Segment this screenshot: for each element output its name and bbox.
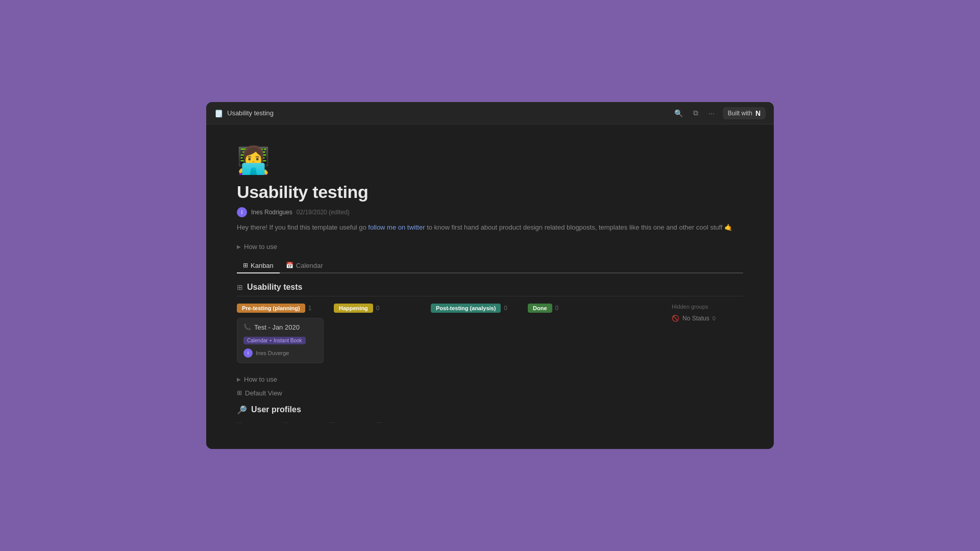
badge-pretesting: Pre-testing (planning) <box>237 304 305 313</box>
author-name: Ines Rodrigues <box>251 209 292 216</box>
no-status-count: 0 <box>713 315 716 321</box>
table-col-2: — <box>283 419 289 425</box>
no-status-icon: 🚫 <box>672 315 679 322</box>
built-with-label: Built with <box>728 110 752 117</box>
calendar-tab-icon: 📅 <box>286 262 293 269</box>
titlebar-right: 🔍 ⧉ ··· Built with N <box>672 107 766 119</box>
author-row: I Ines Rodrigues 02/19/2020 (edited) <box>237 207 743 217</box>
how-to-use-toggle-1[interactable]: ▶ How to use <box>237 243 743 251</box>
page-description: Hey there! If you find this template use… <box>237 222 743 233</box>
col-count-pretesting: 1 <box>308 305 312 312</box>
calendar-tab-label: Calendar <box>296 262 323 269</box>
search-icon[interactable]: 🔍 <box>672 107 685 119</box>
section-header: ⊞ Usability tests <box>237 283 743 296</box>
view-tabs: ⊞ Kanban 📅 Calendar <box>237 259 743 273</box>
badge-posttesting: Post-testing (analysis) <box>431 304 501 313</box>
view-icon: ⊞ <box>237 389 242 396</box>
badge-done: Done <box>528 304 552 313</box>
how-to-use-toggle-2[interactable]: ▶ How to use <box>237 375 743 383</box>
view-label: Default View <box>245 389 282 397</box>
user-profiles-title: User profiles <box>251 405 301 414</box>
page-title: Usability testing <box>237 182 743 202</box>
kanban-col-pretesting: Pre-testing (planning) 1 📞 Test - Jan 20… <box>237 304 324 363</box>
notion-logo: N <box>755 109 761 117</box>
col-header-posttesting: Post-testing (analysis) 0 <box>431 304 518 313</box>
tab-kanban[interactable]: ⊞ Kanban <box>237 259 280 273</box>
card-title-row: 📞 Test - Jan 2020 <box>243 323 317 331</box>
badge-happening: Happening <box>334 304 373 313</box>
kanban-tab-label: Kanban <box>251 262 274 269</box>
card-tag: Calendar + Instant Book <box>243 337 306 344</box>
how-to-use-label-2: How to use <box>244 375 277 383</box>
col-count-done: 0 <box>555 305 559 312</box>
kanban-board: Pre-testing (planning) 1 📞 Test - Jan 20… <box>237 304 743 363</box>
page-content: 👩‍💻 Usability testing I Ines Rodrigues 0… <box>206 124 774 449</box>
usability-tests-section: ⊞ Usability tests Pre-testing (planning)… <box>237 283 743 363</box>
col-header-pretesting: Pre-testing (planning) 1 <box>237 304 324 313</box>
col-header-done: Done 0 <box>528 304 615 313</box>
tab-calendar[interactable]: 📅 Calendar <box>280 259 329 273</box>
table-row-preview: — — — — <box>237 415 743 425</box>
hidden-groups-label: Hidden groups <box>672 304 743 310</box>
author-date: 02/19/2020 (edited) <box>297 209 350 216</box>
no-status-text: No Status <box>682 315 709 322</box>
kanban-col-happening: Happening 0 <box>334 304 421 363</box>
col-count-posttesting: 0 <box>504 305 507 312</box>
titlebar-title: Usability testing <box>227 109 274 117</box>
no-status-row: 🚫 No Status 0 <box>672 315 743 322</box>
col-header-happening: Happening 0 <box>334 304 421 313</box>
section-icon: ⊞ <box>237 283 243 291</box>
card-user-name: Ines Duverge <box>256 350 289 356</box>
kanban-spacer <box>625 304 662 363</box>
col-count-happening: 0 <box>376 305 380 312</box>
avatar: I <box>237 207 247 217</box>
hidden-groups-col: Hidden groups 🚫 No Status 0 <box>672 304 743 363</box>
collapse-icon: ▶ <box>237 244 241 249</box>
user-profiles-header: 🔎 User profiles <box>237 405 743 415</box>
monitor-window: 🗒️ Usability testing 🔍 ⧉ ··· Built with … <box>206 102 774 449</box>
user-profiles-emoji: 🔎 <box>237 405 247 415</box>
bottom-section: ▶ How to use ⊞ Default View 🔎 User profi… <box>237 375 743 425</box>
card-type-icon: 📞 <box>243 323 251 331</box>
table-col-1: — <box>237 419 242 425</box>
more-icon[interactable]: ··· <box>706 107 717 119</box>
view-row: ⊞ Default View <box>237 389 743 397</box>
duplicate-icon[interactable]: ⧉ <box>691 107 700 119</box>
page-emoji: 👩‍💻 <box>237 145 743 176</box>
card-title: Test - Jan 2020 <box>254 323 300 331</box>
kanban-col-done: Done 0 <box>528 304 615 363</box>
kanban-col-posttesting: Post-testing (analysis) 0 <box>431 304 518 363</box>
twitter-link[interactable]: follow me on twitter <box>368 223 425 231</box>
section-title: Usability tests <box>247 283 302 292</box>
card-user-avatar: I <box>243 348 253 358</box>
page-icon: 🗒️ <box>214 109 223 117</box>
kanban-card[interactable]: 📞 Test - Jan 2020 Calendar + Instant Boo… <box>237 318 324 363</box>
titlebar-left: 🗒️ Usability testing <box>214 109 274 117</box>
collapse-icon-2: ▶ <box>237 377 241 382</box>
card-user-row: I Ines Duverge <box>243 348 317 358</box>
table-col-4: — <box>376 419 382 425</box>
titlebar: 🗒️ Usability testing 🔍 ⧉ ··· Built with … <box>206 102 774 124</box>
built-with-badge: Built with N <box>723 107 766 119</box>
kanban-tab-icon: ⊞ <box>243 262 248 269</box>
how-to-use-label-1: How to use <box>244 243 277 251</box>
table-col-3: — <box>330 419 335 425</box>
